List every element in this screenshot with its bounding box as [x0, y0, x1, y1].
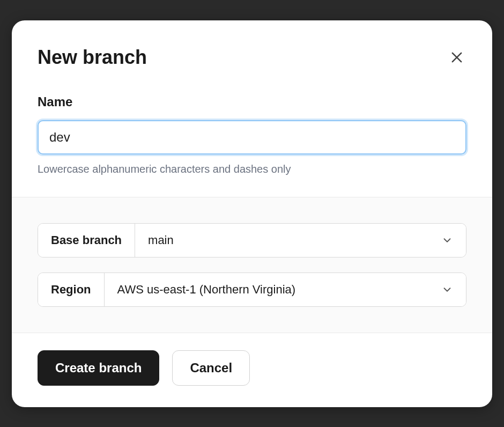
modal-header: New branch: [12, 20, 492, 69]
name-label: Name: [38, 94, 466, 109]
new-branch-modal: New branch Name Lowercase alphanumeric c…: [12, 20, 492, 407]
name-section: Name Lowercase alphanumeric characters a…: [12, 69, 492, 197]
chevron-down-icon: [441, 284, 453, 296]
base-branch-select[interactable]: main: [135, 224, 466, 257]
region-select[interactable]: AWS us-east-1 (Northern Virginia): [105, 273, 466, 306]
region-label: Region: [38, 273, 105, 306]
cancel-button[interactable]: Cancel: [172, 350, 250, 386]
base-branch-label: Base branch: [38, 224, 135, 257]
close-icon: [449, 50, 464, 65]
create-branch-button[interactable]: Create branch: [38, 350, 159, 386]
close-button[interactable]: [447, 48, 466, 67]
chevron-down-icon: [441, 234, 453, 246]
modal-footer: Create branch Cancel: [12, 333, 492, 407]
region-row: Region AWS us-east-1 (Northern Virginia): [38, 273, 466, 307]
config-section: Base branch main Region AWS us-east-1 (N…: [12, 197, 492, 333]
base-branch-value: main: [148, 233, 174, 247]
name-help-text: Lowercase alphanumeric characters and da…: [38, 163, 466, 175]
modal-title: New branch: [38, 46, 147, 69]
region-value: AWS us-east-1 (Northern Virginia): [117, 283, 296, 297]
branch-name-input[interactable]: [38, 120, 466, 154]
base-branch-row: Base branch main: [38, 223, 466, 257]
